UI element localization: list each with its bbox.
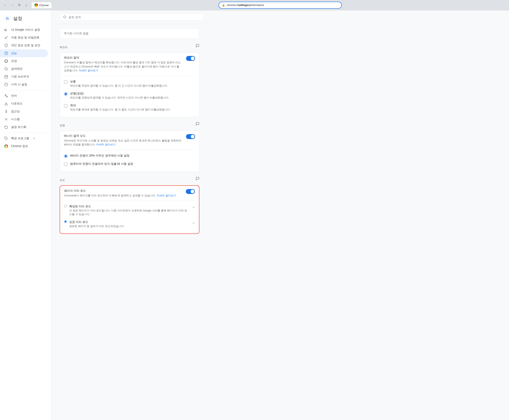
extended-expand-icon[interactable]: ⌄ xyxy=(192,205,195,209)
memory-saver-text: 메모리 절약 Chrome이 비활성 탭에서 메모리를 확보합니다. 이에 따라… xyxy=(64,56,182,73)
search-bar-wrapper xyxy=(52,10,509,24)
sidebar-item-default-browser[interactable]: 기본 브라우저 xyxy=(0,73,48,81)
svg-point-15 xyxy=(6,110,7,111)
address-bar[interactable]: 🔒 chrome://settings/performance xyxy=(219,2,342,9)
memory-option-balanced[interactable]: 균형(권장) 메모리를 균형있게 절약할 수 있습니다. 최적의 시간이 지나면… xyxy=(64,90,195,102)
energy-saver-row: 에너지 절약 모드 Chrome은 부드러운 스크롤 및 동영상 프레임 속도 … xyxy=(60,131,199,150)
energy-saver-toggle[interactable] xyxy=(186,134,195,139)
sidebar-label-google-services: 내 Google 서비스 설정 xyxy=(11,28,40,32)
power-radio-battery-low[interactable] xyxy=(64,154,68,158)
preload-option-extended[interactable]: 확장된 미리 로드 더 많은 페이지가 미리 로드됩니다. 다른 사이트에서 요… xyxy=(64,202,195,218)
memory-maximum-desc: 메모리를 최대로 절약할 수 있습니다. 좀 더 짧은 시간이 지나면 탭이 비… xyxy=(70,108,171,112)
memory-maximum-label: 최대 xyxy=(70,104,171,107)
sidebar-item-appearance[interactable]: 모양 xyxy=(0,57,48,65)
power-option-unplugged[interactable]: 컴퓨터의 전원이 연결되어 있지 않을 때 사용 설정 xyxy=(64,160,195,168)
preload-toggle[interactable] xyxy=(186,189,195,194)
search-bar[interactable] xyxy=(60,14,204,21)
sidebar-item-system[interactable]: 시스템 xyxy=(0,115,48,123)
preload-radio-extended[interactable] xyxy=(64,205,67,207)
memory-saver-learn-more[interactable]: 자세히 알아보기 xyxy=(79,69,98,72)
standard-preload-label: 표준 미리 로드 xyxy=(69,220,125,224)
search-engine-icon xyxy=(4,67,8,71)
sidebar-label-appearance: 모양 xyxy=(11,59,17,63)
memory-normal-desc: 메모리를 적당히 절약할 수 있습니다. 좀 더 긴 시간이 지나면 탭이 비활… xyxy=(70,84,168,88)
power-radio-unplugged[interactable] xyxy=(64,163,68,166)
memory-saver-title: 메모리 절약 xyxy=(64,56,182,60)
power-card: 에너지 절약 모드 Chrome은 부드러운 스크롤 및 동영상 프레임 속도 … xyxy=(60,131,199,172)
memory-option-normal[interactable]: 보통 메모리를 적당히 절약할 수 있습니다. 좀 더 긴 시간이 지나면 탭이… xyxy=(64,78,195,90)
preload-row: 페이지 미리 로드 Chrome에서 페이지를 미리 로드하여 더 빠르게 탐색… xyxy=(60,186,199,201)
memory-radio-normal[interactable] xyxy=(64,80,68,84)
preload-title: 페이지 미리 로드 xyxy=(64,189,182,193)
sidebar-label-downloads: 다운로드 xyxy=(11,102,23,105)
standard-expand-icon[interactable]: ⌄ xyxy=(192,220,195,224)
power-section-title: 전원 xyxy=(60,124,65,127)
energy-saver-text: 에너지 절약 모드 Chrome은 부드러운 스크롤 및 동영상 프레임 속도 … xyxy=(64,134,182,147)
svg-rect-9 xyxy=(5,75,7,78)
memory-balanced-label: 균형(권장) xyxy=(70,92,169,95)
back-button[interactable]: ← xyxy=(2,2,8,8)
extensions-icon xyxy=(4,136,8,140)
standard-preload-desc: 방문한 페이지 중 일부가 미리 로드되었습니다. xyxy=(69,225,125,228)
tab-label: Chrome xyxy=(39,4,49,7)
svg-text:G: G xyxy=(6,16,9,21)
sidebar-label-system: 시스템 xyxy=(11,117,20,121)
forward-button[interactable]: → xyxy=(9,2,15,8)
main-content: 추가된 사이트 없음 메모리 메모리 절약 Chrome이 비활성 탭에서 메모… xyxy=(52,10,509,420)
memory-radio-balanced[interactable] xyxy=(64,92,68,96)
memory-saver-toggle[interactable] xyxy=(186,56,195,61)
speed-feedback-icon[interactable] xyxy=(196,177,199,180)
sidebar-item-autofill[interactable]: 자동 완성 및 비밀번호 xyxy=(0,34,48,42)
search-input[interactable] xyxy=(68,15,200,19)
energy-saver-title: 에너지 절약 모드 xyxy=(64,134,182,138)
sidebar-item-privacy[interactable]: 개인 정보 보호 및 보안 xyxy=(0,42,48,49)
memory-option-maximum[interactable]: 최대 메모리를 최대로 절약할 수 있습니다. 좀 더 짧은 시간이 지나면 탭… xyxy=(64,102,195,113)
accessibility-icon xyxy=(4,110,8,113)
preload-radio-standard[interactable] xyxy=(64,220,67,223)
speed-section-header: 속도 xyxy=(60,173,199,184)
reload-button[interactable]: ↻ xyxy=(16,2,22,8)
sidebar-label-extensions: 확장 프로그램 xyxy=(11,136,29,140)
energy-saver-learn-more[interactable]: 자세히 알아보기 xyxy=(96,143,116,146)
power-feedback-icon[interactable] xyxy=(196,122,199,126)
sidebar-label-search-engine: 검색엔진 xyxy=(11,67,23,71)
shield-icon xyxy=(4,44,8,47)
sidebar-item-google-services[interactable]: G 내 Google 서비스 설정 xyxy=(0,26,48,34)
startup-icon xyxy=(4,83,8,86)
svg-point-16 xyxy=(6,119,7,120)
sidebar-item-performance[interactable]: 성능 xyxy=(0,49,48,57)
energy-saver-toggle-slider xyxy=(186,134,195,139)
sidebar-item-search-engine[interactable]: 검색엔진 xyxy=(0,65,48,73)
sidebar-item-reset[interactable]: 설정 초기화 xyxy=(0,123,48,131)
svg-line-19 xyxy=(65,18,66,18)
power-option-battery-low[interactable]: 배터리 잔량이 20% 이하인 경우에만 사용 설정 xyxy=(64,152,195,160)
home-button[interactable]: ⌂ xyxy=(23,2,29,8)
search-icon xyxy=(63,15,66,19)
preload-standard-left: 표준 미리 로드 방문한 페이지 중 일부가 미리 로드되었습니다. xyxy=(64,220,188,228)
memory-balanced-desc: 메모리를 균형있게 절약할 수 있습니다. 최적의 시간이 지나면 탭이 비활성… xyxy=(70,96,169,99)
sidebar-item-on-startup[interactable]: 시작 시 설정 xyxy=(0,81,48,89)
speed-section-title: 속도 xyxy=(60,178,65,182)
reset-icon xyxy=(4,125,8,129)
appearance-icon xyxy=(4,59,8,63)
preload-learn-more[interactable]: 자세히 알아보기 xyxy=(157,194,176,197)
memory-normal-label: 보통 xyxy=(70,80,168,83)
svg-line-8 xyxy=(7,69,7,70)
sidebar-item-downloads[interactable]: 다운로드 xyxy=(0,100,48,108)
settings-content-area: 추가된 사이트 없음 메모리 메모리 절약 Chrome이 비활성 탭에서 메모… xyxy=(52,24,208,244)
chrome-logo-icon xyxy=(34,3,38,7)
google-logo-icon: G xyxy=(4,15,11,22)
preload-option-standard[interactable]: 표준 미리 로드 방문한 페이지 중 일부가 미리 로드되었습니다. ⌄ xyxy=(64,218,195,230)
sidebar-label-about: Chrome 정보 xyxy=(11,144,28,148)
memory-radio-maximum[interactable] xyxy=(64,104,68,108)
memory-feedback-icon[interactable] xyxy=(196,44,199,47)
sidebar-item-accessibility[interactable]: 접근성 xyxy=(0,108,48,115)
memory-card: 메모리 절약 Chrome이 비활성 탭에서 메모리를 확보합니다. 이에 따라… xyxy=(60,52,199,117)
sidebar-item-about[interactable]: Chrome 정보 xyxy=(0,142,48,150)
power-option-unplugged-text: 컴퓨터의 전원이 연결되어 있지 않을 때 사용 설정 xyxy=(70,162,133,166)
speed-card: 페이지 미리 로드 Chrome에서 페이지를 미리 로드하여 더 빠르게 탐색… xyxy=(60,185,199,234)
sidebar: G 설정 G 내 Google 서비스 설정 자동 완성 및 비밀번호 개인 정… xyxy=(0,10,52,420)
sidebar-item-languages[interactable]: 언어 xyxy=(0,92,48,100)
sidebar-item-extensions[interactable]: 확장 프로그램 ↗ xyxy=(0,135,48,142)
browser-tab[interactable]: Chrome xyxy=(31,2,52,8)
